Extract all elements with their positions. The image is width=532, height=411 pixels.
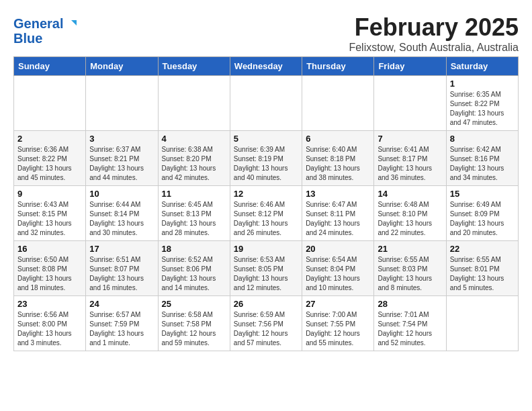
weekday-header-cell: Tuesday [158, 57, 230, 76]
calendar-day-cell: 22Sunrise: 6:55 AM Sunset: 8:01 PM Dayli… [446, 241, 518, 296]
calendar-week-row: 2Sunrise: 6:36 AM Sunset: 8:22 PM Daylig… [14, 131, 519, 186]
day-info-text: Sunrise: 6:44 AM Sunset: 8:14 PM Dayligh… [89, 200, 154, 238]
calendar-week-row: 16Sunrise: 6:50 AM Sunset: 8:08 PM Dayli… [14, 241, 519, 296]
day-info-text: Sunrise: 6:56 AM Sunset: 8:00 PM Dayligh… [17, 310, 82, 348]
calendar-day-cell: 10Sunrise: 6:44 AM Sunset: 8:14 PM Dayli… [86, 186, 158, 241]
logo: GeneralBlue [13, 16, 77, 46]
calendar-day-cell: 5Sunrise: 6:39 AM Sunset: 8:19 PM Daylig… [230, 131, 302, 186]
calendar-day-cell: 15Sunrise: 6:49 AM Sunset: 8:09 PM Dayli… [446, 186, 518, 241]
calendar-day-cell [14, 76, 86, 131]
day-number: 27 [306, 299, 370, 309]
calendar-day-cell: 16Sunrise: 6:50 AM Sunset: 8:08 PM Dayli… [14, 241, 86, 296]
calendar-day-cell: 6Sunrise: 6:40 AM Sunset: 8:18 PM Daylig… [302, 131, 374, 186]
calendar-day-cell [230, 76, 302, 131]
weekday-header-cell: Thursday [302, 57, 374, 76]
day-number: 9 [17, 189, 82, 199]
weekday-header-cell: Friday [374, 57, 446, 76]
calendar-day-cell: 7Sunrise: 6:41 AM Sunset: 8:17 PM Daylig… [374, 131, 446, 186]
calendar-day-cell: 2Sunrise: 6:36 AM Sunset: 8:22 PM Daylig… [14, 131, 86, 186]
day-number: 11 [162, 189, 226, 199]
day-number: 17 [89, 244, 154, 254]
day-number: 19 [234, 244, 298, 254]
day-number: 21 [378, 244, 442, 254]
calendar-day-cell [302, 76, 374, 131]
calendar-week-row: 9Sunrise: 6:43 AM Sunset: 8:15 PM Daylig… [14, 186, 519, 241]
calendar-week-row: 23Sunrise: 6:56 AM Sunset: 8:00 PM Dayli… [14, 296, 519, 351]
calendar-day-cell: 25Sunrise: 6:58 AM Sunset: 7:58 PM Dayli… [158, 296, 230, 351]
day-info-text: Sunrise: 6:54 AM Sunset: 8:04 PM Dayligh… [306, 255, 370, 293]
day-info-text: Sunrise: 6:43 AM Sunset: 8:15 PM Dayligh… [17, 200, 82, 238]
weekday-header-cell: Wednesday [230, 57, 302, 76]
day-info-text: Sunrise: 6:46 AM Sunset: 8:12 PM Dayligh… [234, 200, 298, 238]
day-number: 2 [17, 134, 82, 144]
calendar-header-row: SundayMondayTuesdayWednesdayThursdayFrid… [14, 57, 519, 76]
calendar-day-cell: 27Sunrise: 7:00 AM Sunset: 7:55 PM Dayli… [302, 296, 374, 351]
day-number: 18 [162, 244, 226, 254]
day-info-text: Sunrise: 6:47 AM Sunset: 8:11 PM Dayligh… [306, 200, 370, 238]
calendar-day-cell: 14Sunrise: 6:48 AM Sunset: 8:10 PM Dayli… [374, 186, 446, 241]
day-info-text: Sunrise: 6:51 AM Sunset: 8:07 PM Dayligh… [89, 255, 154, 293]
day-info-text: Sunrise: 6:52 AM Sunset: 8:06 PM Dayligh… [162, 255, 226, 293]
day-number: 24 [89, 299, 154, 309]
calendar-day-cell: 13Sunrise: 6:47 AM Sunset: 8:11 PM Dayli… [302, 186, 374, 241]
calendar-header: February 2025 Felixstow, South Australia… [13, 13, 519, 54]
calendar-day-cell: 20Sunrise: 6:54 AM Sunset: 8:04 PM Dayli… [302, 241, 374, 296]
calendar-day-cell: 18Sunrise: 6:52 AM Sunset: 8:06 PM Dayli… [158, 241, 230, 296]
calendar-day-cell: 11Sunrise: 6:45 AM Sunset: 8:13 PM Dayli… [158, 186, 230, 241]
day-info-text: Sunrise: 6:42 AM Sunset: 8:16 PM Dayligh… [450, 145, 515, 183]
day-number: 20 [306, 244, 370, 254]
calendar-day-cell: 4Sunrise: 6:38 AM Sunset: 8:20 PM Daylig… [158, 131, 230, 186]
calendar-day-cell: 8Sunrise: 6:42 AM Sunset: 8:16 PM Daylig… [446, 131, 518, 186]
calendar-day-cell [374, 76, 446, 131]
calendar-day-cell: 28Sunrise: 7:01 AM Sunset: 7:54 PM Dayli… [374, 296, 446, 351]
day-info-text: Sunrise: 7:01 AM Sunset: 7:54 PM Dayligh… [378, 310, 442, 348]
calendar-day-cell: 19Sunrise: 6:53 AM Sunset: 8:05 PM Dayli… [230, 241, 302, 296]
day-info-text: Sunrise: 6:39 AM Sunset: 8:19 PM Dayligh… [234, 145, 298, 183]
day-info-text: Sunrise: 7:00 AM Sunset: 7:55 PM Dayligh… [306, 310, 370, 348]
day-number: 5 [234, 134, 298, 144]
day-info-text: Sunrise: 6:55 AM Sunset: 8:01 PM Dayligh… [450, 255, 515, 293]
calendar-day-cell: 21Sunrise: 6:55 AM Sunset: 8:03 PM Dayli… [374, 241, 446, 296]
calendar-day-cell [86, 76, 158, 131]
day-number: 28 [378, 299, 442, 309]
weekday-header-cell: Monday [86, 57, 158, 76]
day-number: 15 [450, 189, 515, 199]
day-number: 7 [378, 134, 442, 144]
day-number: 1 [450, 79, 515, 89]
day-info-text: Sunrise: 6:36 AM Sunset: 8:22 PM Dayligh… [17, 145, 82, 183]
day-number: 6 [306, 134, 370, 144]
day-number: 10 [89, 189, 154, 199]
calendar-day-cell: 9Sunrise: 6:43 AM Sunset: 8:15 PM Daylig… [14, 186, 86, 241]
day-info-text: Sunrise: 6:57 AM Sunset: 7:59 PM Dayligh… [89, 310, 154, 348]
calendar-day-cell: 23Sunrise: 6:56 AM Sunset: 8:00 PM Dayli… [14, 296, 86, 351]
calendar-day-cell: 17Sunrise: 6:51 AM Sunset: 8:07 PM Dayli… [86, 241, 158, 296]
day-number: 12 [234, 189, 298, 199]
day-info-text: Sunrise: 6:53 AM Sunset: 8:05 PM Dayligh… [234, 255, 298, 293]
day-info-text: Sunrise: 6:41 AM Sunset: 8:17 PM Dayligh… [378, 145, 442, 183]
calendar-table: SundayMondayTuesdayWednesdayThursdayFrid… [13, 56, 519, 351]
day-number: 23 [17, 299, 82, 309]
day-info-text: Sunrise: 6:49 AM Sunset: 8:09 PM Dayligh… [450, 200, 515, 238]
svg-marker-0 [71, 20, 77, 26]
calendar-day-cell: 24Sunrise: 6:57 AM Sunset: 7:59 PM Dayli… [86, 296, 158, 351]
weekday-header-cell: Saturday [446, 57, 518, 76]
day-number: 25 [162, 299, 226, 309]
day-info-text: Sunrise: 6:59 AM Sunset: 7:56 PM Dayligh… [234, 310, 298, 348]
day-number: 8 [450, 134, 515, 144]
day-number: 3 [89, 134, 154, 144]
calendar-day-cell: 3Sunrise: 6:37 AM Sunset: 8:21 PM Daylig… [86, 131, 158, 186]
calendar-day-cell [446, 296, 518, 351]
day-info-text: Sunrise: 6:35 AM Sunset: 8:22 PM Dayligh… [450, 90, 515, 128]
calendar-day-cell [158, 76, 230, 131]
day-info-text: Sunrise: 6:38 AM Sunset: 8:20 PM Dayligh… [162, 145, 226, 183]
calendar-day-cell: 26Sunrise: 6:59 AM Sunset: 7:56 PM Dayli… [230, 296, 302, 351]
day-number: 4 [162, 134, 226, 144]
day-info-text: Sunrise: 6:40 AM Sunset: 8:18 PM Dayligh… [306, 145, 370, 183]
weekday-header-cell: Sunday [14, 57, 86, 76]
calendar-day-cell: 1Sunrise: 6:35 AM Sunset: 8:22 PM Daylig… [446, 76, 518, 131]
day-number: 14 [378, 189, 442, 199]
location-subtitle: Felixstow, South Australia, Australia [13, 42, 519, 54]
calendar-week-row: 1Sunrise: 6:35 AM Sunset: 8:22 PM Daylig… [14, 76, 519, 131]
day-number: 13 [306, 189, 370, 199]
day-info-text: Sunrise: 6:37 AM Sunset: 8:21 PM Dayligh… [89, 145, 154, 183]
